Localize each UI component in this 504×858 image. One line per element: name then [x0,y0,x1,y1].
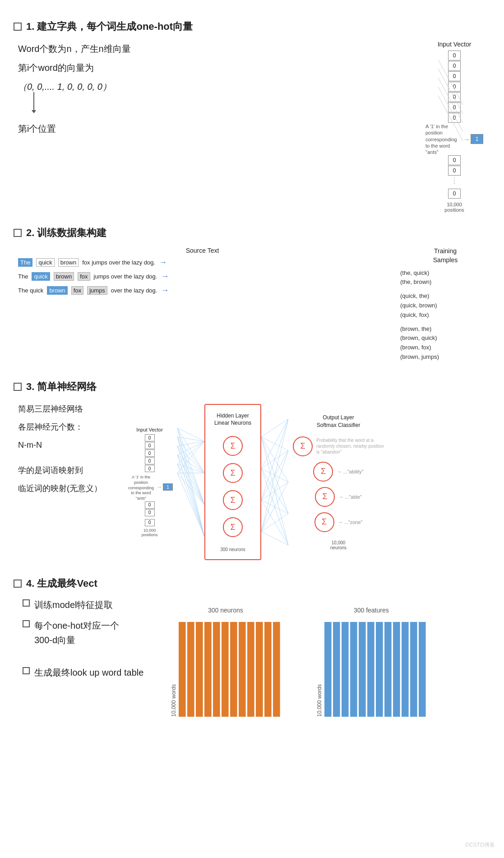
source-text-column: Source Text The quick brown fox jumps ov… [18,247,387,300]
bar-3 [196,622,203,717]
item-text-2: 每个one-hot对应一个 300-d向量 [34,618,119,647]
section3-left: 简易三层神经网络 各层神经元个数： N-m-N 学的是词语映射到 临近词的映射(… [18,401,117,498]
section3-text3: N-m-N [18,437,117,453]
vector-cell-5: 0 [448,102,461,112]
svg-line-29 [261,419,288,437]
item-checkbox-3 [23,667,30,674]
iv-cell-1: 0 [145,442,155,449]
watermark: ©CSTO博客 [465,841,495,849]
vector-cell-1: 0 [448,61,461,71]
section1-formula: （0, 0,.... 1, 0, 0, 0, 0） [18,79,400,95]
sentence-row-2: The quick brown fox jumps over the lazy … [18,272,387,281]
output-neuron-row-2: Σ → ..."ability" [313,462,363,482]
output-neuron-row-3: Σ → ..."able" [315,487,362,507]
section1-title: 1. 建立字典，每个词生成one-hot向量 [26,20,193,33]
svg-line-39 [261,419,288,500]
iv-annotation-row: A '1' in the position corresponding to t… [126,473,173,501]
section3-text2: 各层神经元个数： [18,419,117,435]
hidden-layer-title: Hidden Layer Linear Neurons [214,412,251,427]
word-brown-1: brown [58,258,79,267]
iv-cells-after: 0 0 [145,501,155,516]
section4-title: 4. 生成最终Vect [26,577,97,590]
output-neuron-row-1: Σ Probability that the word at a randoml… [293,436,384,456]
output-neuron-2: Σ [313,462,333,482]
svg-line-18 [177,437,204,505]
iv-cells: 0 0 0 0 0 [145,434,155,472]
bar-b-9 [393,622,400,717]
iv-cell-hl: 1 [163,483,173,491]
output-layer: Output Layer Softmax Classifier Σ Probab… [293,414,384,550]
word-the-1: The [18,258,32,267]
bar-b-2 [333,622,340,717]
section2-title: 2. 训练数据集构建 [26,226,106,240]
item-text-1: 训练model特征提取 [34,598,113,612]
iv-annot: A '1' in the position corresponding to t… [126,475,156,501]
vector-cell-3: 0 [448,82,461,92]
vector-ellipsis: ⋮ [451,176,458,185]
bar-5 [213,622,220,717]
chart1-y-label: 10,000 words [171,684,177,717]
section1-annotation: 第i个位置 [18,121,400,137]
item-checkbox-1 [23,599,30,607]
bar-b-1 [324,622,332,717]
vector-cell-bottom: 0 [448,189,461,199]
bar-b-8 [384,622,392,717]
training-sample-3: (brown, the)(brown, quick)(brown, fox)(b… [400,325,490,362]
chart2-y-label: 10,000 words [316,684,323,717]
svg-line-20 [177,455,204,505]
word-quick-1: quick [36,258,54,267]
vector-cell-4: 0 [448,92,461,102]
word-quick-2: quick [32,272,50,281]
item-text-3: 生成最终look up word table [34,665,143,680]
charts-row: 300 neurons 10,000 words [171,607,426,717]
vector-cell-2: 0 [448,71,461,81]
iv-cell-4: 0 [145,465,155,472]
chart1-bars [179,617,280,717]
vector-arrow-icon: → [463,136,470,143]
sentence-row-1: The quick brown fox jumps over the lazy … [18,258,387,267]
vector-box: 0 0 0 0 0 0 0 A '1' in the position corr… [425,51,483,199]
hidden-layer-box: Hidden Layer Linear Neurons Σ Σ Σ Σ 300 … [204,404,261,561]
output-neuron-4: Σ [314,512,334,532]
bar-8 [239,622,246,717]
rest-2: jumps over the lazy dog. [94,273,157,280]
vector-cell-9: 0 [448,166,461,176]
connections-hidden-output-svg [261,401,288,563]
section4-items: 训练model特征提取 每个one-hot对应一个 300-d向量 生成最终lo… [23,598,143,686]
bar-2 [187,622,194,717]
bar-4 [204,622,212,717]
iv-cell-5: 0 [145,501,155,509]
section2-body: Source Text The quick brown fox jumps ov… [18,247,490,366]
bar-b-6 [367,622,375,717]
vector-cell-8: 0 [448,155,461,165]
iv-positions: 10,000positions [142,528,158,537]
section3-header: 3. 简单神经网络 [14,380,490,394]
iv-arrow-icon: → [157,484,162,490]
bar-chart-blue: 300 features 10,000 words [316,607,426,717]
chart2-top-label: 300 features [354,607,389,614]
hidden-neuron-4: Σ [223,517,243,537]
word-brown-3: brown [47,286,67,295]
hidden-neuron-3: Σ [223,490,243,510]
iv-cell-0: 0 [145,434,155,441]
section3-text1: 简易三层神经网络 [18,401,117,417]
training-sample-2: (quick, the)(quick, brown)(quick, fox) [400,292,490,320]
rest-3: over the lazy dog. [111,287,157,294]
bar-b-11 [410,622,417,717]
section3-title: 3. 简单神经网络 [26,380,97,394]
connections-input-hidden-svg [177,414,204,550]
chart1-top-label: 300 neurons [208,607,243,614]
section1-text2: 第i个word的向量为 [18,60,400,76]
section3-checkbox [14,383,22,391]
chart2-body: 10,000 words [316,617,426,717]
section3-body: 简易三层神经网络 各层神经元个数： N-m-N 学的是词语映射到 临近词的映射(… [18,401,490,563]
section3-text4: 学的是词语映射到 [18,462,117,478]
word-brown-2: brown [54,272,74,281]
word-the-3-plain: The quick [18,287,43,294]
iv-cell-6: 0 [145,509,155,516]
output-neurons-count: 10,000 neurons [330,540,347,550]
bar-b-3 [342,622,349,717]
neural-net-diagram: Input Vector 0 0 0 0 0 A '1' in the posi… [126,401,384,563]
training-title: Training Samples [400,247,490,264]
hidden-neuron-2: Σ [223,463,243,483]
